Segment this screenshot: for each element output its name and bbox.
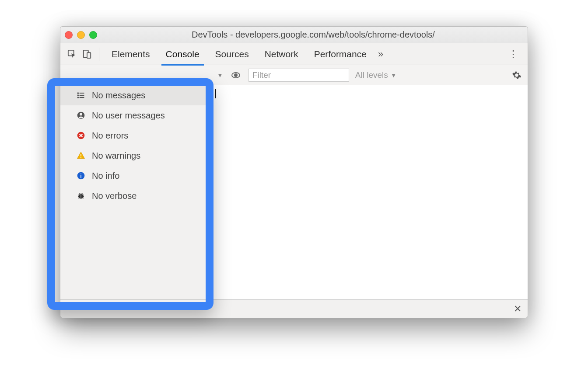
bug-icon: [76, 191, 86, 201]
minimize-window-button[interactable]: [77, 31, 85, 39]
sidebar-item-errors[interactable]: No errors: [60, 125, 210, 146]
sidebar-item-user-messages[interactable]: No user messages: [60, 105, 210, 125]
sidebar-item-label: No user messages: [92, 111, 165, 121]
tab-elements[interactable]: Elements: [105, 43, 157, 65]
error-icon: [76, 131, 86, 140]
sidebar-item-label: No messages: [92, 90, 145, 101]
devtools-window: DevTools - developers.google.com/web/too…: [60, 26, 528, 318]
sidebar-item-warnings[interactable]: No warnings: [60, 146, 210, 166]
sidebar-item-verbose[interactable]: No verbose: [60, 186, 210, 206]
svg-point-9: [78, 95, 79, 96]
list-icon: [76, 90, 86, 100]
devtools-menu-button[interactable]: ⋮: [504, 49, 522, 60]
tab-sources[interactable]: Sources: [208, 43, 256, 65]
svg-rect-18: [80, 174, 81, 174]
inspect-element-icon[interactable]: [66, 48, 79, 61]
filter-input[interactable]: [248, 69, 349, 82]
svg-rect-2: [87, 52, 91, 58]
sidebar-item-messages[interactable]: No messages: [60, 85, 210, 105]
warning-icon: [76, 151, 86, 160]
svg-rect-14: [80, 154, 81, 156]
context-dropdown[interactable]: ▼: [217, 72, 223, 79]
sidebar-item-label: No info: [92, 171, 119, 181]
titlebar: DevTools - developers.google.com/web/too…: [60, 27, 528, 43]
console-settings-icon[interactable]: [510, 69, 523, 82]
svg-point-10: [78, 97, 79, 98]
sidebar-item-label: No verbose: [92, 191, 136, 201]
console-sidebar: No messages No user messages: [60, 85, 210, 299]
device-toolbar-icon[interactable]: [80, 48, 94, 61]
chevron-down-icon: ▼: [391, 72, 397, 79]
info-icon: [76, 171, 86, 181]
console-prompt-cursor: [215, 89, 216, 98]
close-drawer-button[interactable]: ✕: [514, 303, 522, 315]
maximize-window-button[interactable]: [89, 31, 97, 39]
divider: [99, 48, 99, 61]
console-output[interactable]: [210, 85, 528, 299]
drawer-bar: ✕: [60, 299, 528, 318]
console-body: No messages No user messages: [60, 85, 528, 299]
close-window-button[interactable]: [65, 31, 73, 39]
svg-rect-17: [80, 175, 81, 178]
console-toolbar: ▼ All levels ▼: [60, 65, 528, 85]
svg-point-8: [78, 93, 79, 94]
sidebar-item-label: No warnings: [92, 151, 140, 161]
tab-performance[interactable]: Performance: [307, 43, 374, 65]
svg-point-4: [234, 74, 237, 76]
user-icon: [76, 111, 86, 120]
log-levels-dropdown[interactable]: All levels ▼: [355, 70, 397, 80]
tab-network[interactable]: Network: [258, 43, 305, 65]
sidebar-item-info[interactable]: No info: [60, 166, 210, 186]
more-tabs-button[interactable]: »: [375, 49, 386, 60]
svg-rect-15: [80, 157, 81, 158]
main-tabbar: Elements Console Sources Network Perform…: [60, 43, 528, 65]
svg-point-12: [80, 113, 82, 116]
tab-console[interactable]: Console: [159, 43, 206, 65]
sidebar-item-label: No errors: [92, 131, 128, 141]
traffic-lights: [65, 31, 97, 39]
window-title: DevTools - developers.google.com/web/too…: [103, 30, 523, 40]
live-expression-icon[interactable]: [229, 69, 242, 82]
